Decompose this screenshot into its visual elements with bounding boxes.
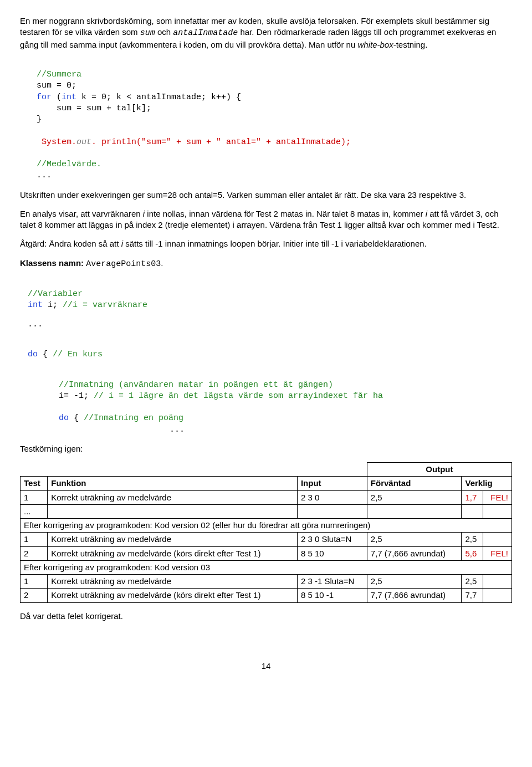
code-line: sum = 0; bbox=[37, 81, 76, 90]
th-test: Test bbox=[21, 477, 48, 490]
cell-test: 1 bbox=[21, 575, 48, 589]
cell-forvantad: 2,5 bbox=[367, 533, 462, 546]
cell-fel bbox=[483, 533, 512, 546]
code-line: } bbox=[37, 115, 42, 124]
cell-verklig: 2,5 bbox=[462, 575, 483, 589]
th-verklig: Verklig bbox=[462, 477, 512, 490]
text: En analys visar, att varvräknaren bbox=[20, 209, 143, 218]
cell-verklig: 1,7 bbox=[462, 490, 483, 504]
code-line: sum = sum + tal[k]; bbox=[37, 104, 151, 113]
text: . bbox=[161, 258, 163, 268]
cell-fel bbox=[483, 504, 512, 518]
action-paragraph: Åtgärd: Ändra koden så att i sätts till … bbox=[20, 238, 512, 249]
table-row: 2 Korrekt uträkning av medelvärde (körs … bbox=[21, 589, 512, 602]
cell-input bbox=[297, 504, 367, 518]
code-keyword: do bbox=[59, 413, 69, 423]
cell-fel bbox=[483, 575, 512, 589]
cell-test: 1 bbox=[21, 490, 48, 504]
classname-value: AveragePoints03 bbox=[86, 259, 161, 269]
cell-forvantad: 2,5 bbox=[367, 490, 462, 504]
cell-fel bbox=[483, 589, 512, 602]
analysis-paragraph: En analys visar, att varvräknaren i inte… bbox=[20, 208, 512, 231]
table-band-row: Efter korrigering av programkoden: Kod v… bbox=[21, 560, 512, 574]
code-comment: //Medelvärde. bbox=[37, 160, 101, 169]
text: sätts till -1 innan inmatnings loopen bö… bbox=[123, 239, 427, 248]
cell-test: 1 bbox=[21, 533, 48, 546]
cell-fel: FEL! bbox=[483, 490, 512, 504]
page-number: 14 bbox=[20, 661, 512, 672]
cell-band: Efter korrigering av programkoden: Kod v… bbox=[21, 560, 512, 574]
cell-verklig: 7,7 bbox=[462, 589, 483, 602]
test-result-table: Output Test Funktion Input Förväntad Ver… bbox=[20, 462, 512, 603]
th-funktion: Funktion bbox=[48, 477, 298, 490]
table-header-row: Test Funktion Input Förväntad Verklig bbox=[21, 477, 512, 490]
intro-paragraph: En mer noggrann skrivbordskörning, som i… bbox=[20, 16, 512, 50]
code-comment: // i = 1 lägre än det lägsta värde som a… bbox=[94, 391, 383, 401]
cell-verklig: 5,6 bbox=[462, 546, 483, 560]
table-band-row: Efter korrigering av programkoden: Kod v… bbox=[21, 519, 512, 533]
cell-input: 8 5 10 -1 bbox=[297, 589, 367, 602]
cell-band: Efter korrigering av programkoden: Kod v… bbox=[21, 519, 512, 533]
cell-funktion: Korrekt uträkning av medelvärde bbox=[48, 533, 298, 546]
code-text: { bbox=[69, 413, 84, 423]
cell-verklig bbox=[462, 504, 483, 518]
text: inte nollas, innan värdena för Test 2 ma… bbox=[145, 209, 426, 218]
code-block-inner: //Inmatning (användaren matar in poängen… bbox=[20, 368, 512, 436]
code-var-sum: sum bbox=[140, 28, 155, 38]
code-keyword: int bbox=[62, 93, 76, 102]
closing-paragraph: Då var detta felet korrigerat. bbox=[20, 611, 512, 622]
rerun-label: Testkörning igen: bbox=[20, 443, 512, 454]
cell-input: 2 3 -1 Sluta=N bbox=[297, 575, 367, 589]
code-block-summera: //Summera sum = 0; for (int k = 0; k < a… bbox=[20, 58, 512, 182]
result-paragraph: Utskriften under exekveringen ger sum=28… bbox=[20, 190, 512, 201]
code-comment: //Inmatning (användaren matar in poängen… bbox=[59, 380, 333, 390]
cell-funktion: Korrekt uträkning av medelvärde (körs di… bbox=[48, 589, 298, 602]
th-input: Input bbox=[297, 477, 367, 490]
label: Klassens namn: bbox=[20, 258, 86, 268]
code-text: { bbox=[38, 350, 53, 359]
table-row: 1 Korrekt uträkning av medelvärde 2 3 0 … bbox=[21, 490, 512, 504]
cell-test: 2 bbox=[21, 546, 48, 560]
code-dots: ... bbox=[20, 319, 512, 330]
code-text: k = 0; k < antalInmatade; k++) { bbox=[76, 93, 241, 102]
table-row: 1 Korrekt uträkning av medelvärde 2 3 0 … bbox=[21, 533, 512, 546]
cell-forvantad bbox=[367, 504, 462, 518]
th-blank bbox=[48, 463, 298, 477]
th-forvantad: Förväntad bbox=[367, 477, 462, 490]
cell-funktion: Korrekt uträkning av medelvärde (körs di… bbox=[48, 546, 298, 560]
code-keyword: for bbox=[37, 93, 52, 102]
italic-text: white-box bbox=[357, 40, 393, 49]
code-text: ( bbox=[52, 93, 62, 102]
code-line: i= -1; bbox=[59, 391, 94, 401]
code-comment: // En kurs bbox=[53, 350, 103, 359]
cell-funktion: Korrekt uträkning av medelvärde bbox=[48, 490, 298, 504]
code-comment: //Variabler bbox=[28, 289, 83, 299]
code-dots: ... bbox=[37, 171, 52, 180]
table-header-row: Output bbox=[21, 463, 512, 477]
cell-test: 2 bbox=[21, 589, 48, 602]
cell-verklig: 2,5 bbox=[462, 533, 483, 546]
text: -testning. bbox=[393, 40, 428, 49]
code-comment: //Summera bbox=[37, 70, 81, 79]
cell-input: 2 3 0 Sluta=N bbox=[297, 533, 367, 546]
cell-funktion bbox=[48, 504, 298, 518]
code-red-line: System.out. println("sum=" + sum + " ant… bbox=[37, 137, 351, 147]
code-dots: ... bbox=[59, 425, 185, 434]
code-block-variabler: //Variabler int i; //i = varvräknare bbox=[20, 278, 512, 311]
code-var-antal: antalInmatade bbox=[173, 28, 238, 38]
th-blank bbox=[297, 463, 367, 477]
cell-forvantad: 7,7 (7,666 avrundat) bbox=[367, 546, 462, 560]
cell-input: 8 5 10 bbox=[297, 546, 367, 560]
th-output: Output bbox=[367, 463, 511, 477]
classname-paragraph: Klassens namn: AveragePoints03. bbox=[20, 258, 512, 270]
code-comment: //i = varvräknare bbox=[63, 300, 147, 310]
table-row: 2 Korrekt uträkning av medelvärde (körs … bbox=[21, 546, 512, 560]
table-row: ... bbox=[21, 504, 512, 518]
text: Åtgärd: Ändra koden så att bbox=[20, 239, 121, 248]
cell-forvantad: 7,7 (7,666 avrundat) bbox=[367, 589, 462, 602]
text: och bbox=[155, 27, 173, 37]
code-block-do: do { // En kurs bbox=[20, 338, 512, 361]
cell-funktion: Korrekt uträkning av medelvärde bbox=[48, 575, 298, 589]
cell-input: 2 3 0 bbox=[297, 490, 367, 504]
code-keyword: int bbox=[28, 300, 43, 310]
